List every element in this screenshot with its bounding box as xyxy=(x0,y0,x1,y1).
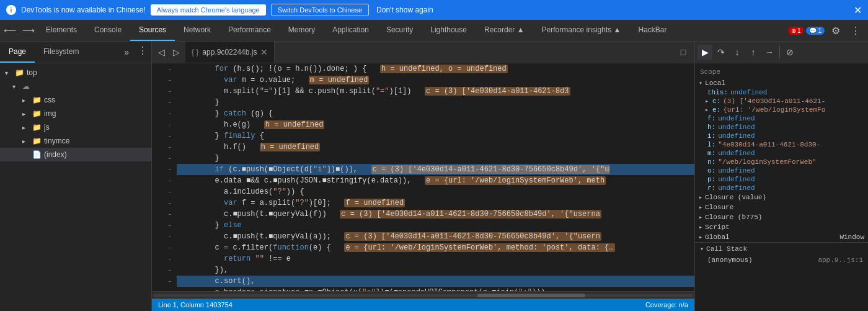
scrollbar-thumb[interactable] xyxy=(477,294,585,297)
tab-memory[interactable]: Memory xyxy=(280,20,324,41)
scope-e-arrow-icon: ▸ xyxy=(705,106,709,114)
tab-lighthouse[interactable]: Lighthouse xyxy=(422,20,476,41)
tree-arrow-js: ▸ xyxy=(22,124,30,131)
scope-val-m: undefined xyxy=(718,150,755,157)
tab-network[interactable]: Network xyxy=(175,20,219,41)
tab-security[interactable]: Security xyxy=(378,20,422,41)
call-stack-header[interactable]: ▾ Call Stack xyxy=(695,242,868,255)
line-numbers: - - - - - - - - - - - - - - - - - xyxy=(152,63,177,291)
match-language-button[interactable]: Always match Chrome's language xyxy=(151,4,266,16)
call-stack-arrow-icon: ▾ xyxy=(700,245,704,253)
tab-back-icon[interactable]: ⟵ xyxy=(1,22,19,39)
tree-item-index[interactable]: 📄 (index) xyxy=(0,148,151,161)
tree-arrow-css: ▸ xyxy=(22,97,30,104)
scope-i: i: undefined xyxy=(695,132,868,140)
horizontal-scrollbar[interactable] xyxy=(152,291,694,299)
tree-item-tinymce[interactable]: ▸ 📁 tinymce xyxy=(0,134,151,148)
cursor-position: Line 1, Column 1403754 xyxy=(158,301,232,309)
file-tree: ▾ 📁 top ▾ ☁ ▸ 📁 css ▸ 📁 img xyxy=(0,63,151,311)
code-line: h.f() h = undefined xyxy=(177,142,694,153)
step-out-button[interactable]: ↑ xyxy=(746,45,761,60)
closure-header[interactable]: ▸ Closure xyxy=(695,202,868,212)
scope-key-m: m: xyxy=(707,150,715,157)
global-arrow-icon: ▸ xyxy=(699,233,702,241)
script-label: Script xyxy=(705,223,730,231)
editor-area: ◁ ▷ { } app.9c02244b.js ✕ □ - - - - - xyxy=(152,42,694,311)
script-header[interactable]: ▸ Script xyxy=(695,222,868,232)
code-line-highlighted: if (c.■push(■Object(d["i"])■()), c = (3)… xyxy=(177,164,694,175)
tree-arrow-domain: ▾ xyxy=(12,83,20,90)
scope-c[interactable]: ▸ c: (3) ['4e030d14-a011-4621- xyxy=(695,97,868,106)
more-options-icon[interactable]: ⋮ xyxy=(847,22,864,39)
step-over-button[interactable]: ↷ xyxy=(714,45,728,60)
sidebar-tab-more[interactable]: » xyxy=(119,42,134,63)
editor-tab-nav: ◁ ▷ xyxy=(152,42,185,63)
banner-close-button[interactable]: ✕ xyxy=(854,4,862,16)
scope-header: Scope xyxy=(695,66,868,78)
coverage-status: Coverage: n/a xyxy=(645,301,688,309)
code-line: e.data ■&& c.■push(JSON.■stringify(e.dat… xyxy=(177,175,694,186)
local-arrow-icon: ▾ xyxy=(699,79,702,87)
sidebar-tab-filesystem[interactable]: Filesystem xyxy=(35,42,87,63)
tree-label-top: top xyxy=(27,68,37,77)
tab-forward-icon[interactable]: ⟶ xyxy=(20,22,37,39)
scope-val-h: undefined xyxy=(718,124,755,131)
code-line: } else xyxy=(177,220,694,231)
local-scope-label: Local xyxy=(705,79,725,87)
code-line: var f = a.split("?")[0]; f = undefined xyxy=(177,197,694,209)
closure-arrow-icon: ▸ xyxy=(699,204,702,211)
editor-tab-nav-back[interactable]: ◁ xyxy=(154,45,168,59)
resume-button[interactable]: ▶ xyxy=(698,45,712,60)
editor-tabs: ◁ ▷ { } app.9c02244b.js ✕ □ xyxy=(152,42,694,63)
tree-item-js[interactable]: ▸ 📁 js xyxy=(0,120,151,134)
tab-hackbar[interactable]: HackBar xyxy=(629,20,675,41)
global-label: Global xyxy=(705,233,730,241)
step-into-button[interactable]: ↓ xyxy=(730,45,745,60)
tab-elements[interactable]: Elements xyxy=(37,20,86,41)
main-area: Page Filesystem » ⋮ ▾ 📁 top ▾ ☁ ▸ 📁 css xyxy=(0,42,868,311)
scope-val-this: undefined xyxy=(730,89,767,96)
tab-performance-insights[interactable]: Performance insights ▲ xyxy=(533,20,630,41)
tree-label-css: css xyxy=(44,96,55,104)
main-tabbar: ⟵ ⟶ Elements Console Sources Network Per… xyxy=(0,20,868,42)
scrollbar-track[interactable] xyxy=(153,294,693,297)
tab-sources[interactable]: Sources xyxy=(130,20,175,41)
sidebar-tab-page[interactable]: Page xyxy=(0,42,35,63)
scope-val-l: "4e030d14-a011-4621-8d30- xyxy=(718,141,820,148)
deactivate-breakpoints-button[interactable]: ⊘ xyxy=(782,45,797,60)
code-line: } xyxy=(177,97,694,108)
call-stack-item-anonymous[interactable]: (anonymous) app.9..js:1 xyxy=(695,255,868,265)
closure-b775-label: Closure (b775) xyxy=(705,214,762,221)
settings-icon[interactable]: ⚙ xyxy=(827,22,844,39)
editor-tab-nav-forward[interactable]: ▷ xyxy=(169,45,183,59)
folder-icon-top: 📁 xyxy=(15,68,24,77)
file-icon: { } xyxy=(192,48,198,56)
closure-b775-header[interactable]: ▸ Closure (b775) xyxy=(695,212,868,222)
tab-performance[interactable]: Performance xyxy=(219,20,280,41)
tree-item-css[interactable]: ▸ 📁 css xyxy=(0,93,151,107)
scope-p: p: undefined xyxy=(695,175,868,184)
tree-item-domain[interactable]: ▾ ☁ xyxy=(0,79,151,93)
banner-text: DevTools is now available in Chinese! xyxy=(21,6,146,14)
sidebar-more-button[interactable]: ⋮ xyxy=(134,42,151,59)
global-header[interactable]: ▸ Global Window xyxy=(695,232,868,242)
scope-e[interactable]: ▸ e: {url: '/web/loginSystemFo xyxy=(695,106,868,114)
editor-toggle-sidebar-button[interactable]: □ xyxy=(676,45,691,60)
closure-value-header[interactable]: ▸ Closure (value) xyxy=(695,192,868,202)
tree-item-img[interactable]: ▸ 📁 img xyxy=(0,107,151,120)
dont-show-again-link[interactable]: Don't show again xyxy=(376,6,433,14)
local-scope-header[interactable]: ▾ Local xyxy=(695,78,868,88)
tree-item-top[interactable]: ▾ 📁 top xyxy=(0,66,151,79)
editor-file-tab[interactable]: { } app.9c02244b.js ✕ xyxy=(185,42,275,63)
scope-key-f: f: xyxy=(707,115,715,122)
debugger-toolbar: ▶ ↷ ↓ ↑ → ⊘ xyxy=(695,42,868,63)
switch-to-chinese-button[interactable]: Switch DevTools to Chinese xyxy=(271,4,369,16)
editor-close-button[interactable]: ✕ xyxy=(260,47,268,57)
code-lines[interactable]: for (h.s(); !(o = h.n()).done; ) { h = u… xyxy=(177,63,694,291)
tab-console[interactable]: Console xyxy=(86,20,130,41)
scope-key-c: c: xyxy=(712,97,720,105)
error-icon: ⊗ xyxy=(791,27,796,34)
step-button[interactable]: → xyxy=(762,45,777,60)
tab-application[interactable]: Application xyxy=(324,20,378,41)
tab-recorder[interactable]: Recorder ▲ xyxy=(476,20,533,41)
